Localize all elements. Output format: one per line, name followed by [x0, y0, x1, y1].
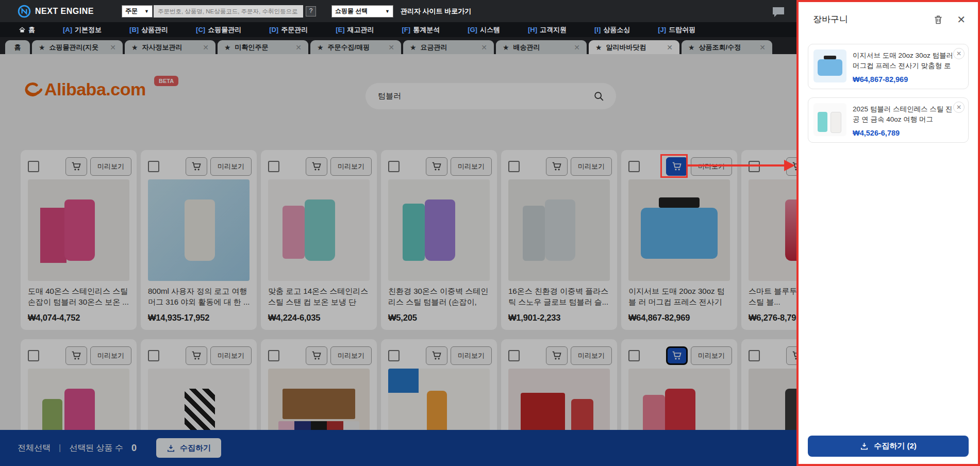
order-search-category-select[interactable]: 주문 ▼	[122, 5, 153, 18]
product-checkbox[interactable]	[148, 161, 159, 172]
product-checkbox[interactable]	[628, 350, 640, 361]
product-search-bar[interactable]	[366, 83, 616, 109]
product-checkbox[interactable]	[388, 161, 400, 172]
product-price: ₩64,867-82,969	[628, 313, 732, 323]
tab-close-icon[interactable]: ✕	[196, 43, 209, 52]
add-to-cart-button[interactable]	[546, 346, 568, 365]
close-icon[interactable]: ✕	[957, 14, 966, 25]
admin-site-link[interactable]: 관리자 사이트 바로가기	[401, 7, 471, 16]
product-checkbox[interactable]	[388, 350, 400, 361]
tab-close-icon[interactable]: ✕	[660, 43, 673, 52]
product-checkbox[interactable]	[508, 350, 520, 361]
cart-icon	[311, 161, 322, 172]
tab-close-icon[interactable]: ✕	[753, 43, 766, 52]
menu-item-sourcing[interactable]: [I]상품소싱	[594, 25, 630, 35]
product-checkbox[interactable]	[28, 350, 39, 361]
preview-button[interactable]: 미리보기	[210, 346, 252, 365]
preview-button[interactable]: 미리보기	[451, 157, 492, 176]
product-image[interactable]	[148, 179, 250, 281]
add-to-cart-button[interactable]	[186, 157, 207, 176]
product-title[interactable]: 도매 40온스 스테인리스 스틸 손잡이 텀블러 30온스 보온 ...	[28, 286, 130, 308]
menu-item-stock-mgmt[interactable]: [E]재고관리	[336, 25, 374, 35]
tab-alibaba[interactable]: ★알리바바닷컴✕	[589, 40, 679, 54]
preview-button[interactable]: 미리보기	[451, 346, 492, 365]
product-checkbox[interactable]	[749, 161, 760, 172]
add-to-cart-button[interactable]	[65, 346, 87, 365]
preview-button[interactable]: 미리보기	[571, 157, 612, 176]
add-to-cart-button[interactable]	[306, 157, 327, 176]
product-title[interactable]: 맞춤 로고 14온스 스테인리스 스틸 스탠 컵 보온 보냉 단열...	[268, 286, 370, 308]
tab-mall-mgmt[interactable]: ★쇼핑몰관리(지웃✕	[32, 40, 123, 54]
preview-button[interactable]: 미리보기	[330, 157, 372, 176]
add-to-cart-button[interactable]	[426, 157, 447, 176]
menu-item-home[interactable]: 홈	[19, 25, 35, 35]
tab-unconfirmed-orders[interactable]: ★미확인주문✕	[218, 40, 308, 54]
tab-shipping-mgmt[interactable]: ★배송관리✕	[496, 40, 587, 54]
product-price: ₩4,224-6,035	[268, 313, 372, 323]
cart-item-title: 2025 텀블러 스테인레스 스틸 진공 연 금속 40oz 여행 머그 Tem…	[853, 104, 955, 125]
menu-item-product-mgmt[interactable]: [B]상품관리	[129, 25, 168, 35]
preview-button[interactable]: 미리보기	[330, 346, 372, 365]
tab-order-collect-mapping[interactable]: ★주문수집/매핑✕	[310, 40, 401, 54]
product-title[interactable]: 친환경 30온스 이중벽 스테인 리스 스틸 텀블러 (손잡이, 빨...	[388, 286, 490, 308]
add-to-cart-button-selected[interactable]	[666, 346, 688, 365]
cart-icon	[191, 161, 202, 172]
preview-button[interactable]: 미리보기	[691, 346, 732, 365]
menu-item-support[interactable]: [H]고객지원	[528, 25, 567, 35]
select-all-button[interactable]: 전체선택	[18, 443, 51, 454]
search-help-button[interactable]: ?	[306, 6, 316, 16]
product-title[interactable]: 800ml 사용자 정의 로고 여행 머그 316 야외 활동에 대 한 ...	[148, 286, 250, 308]
menu-item-statistics[interactable]: [F]통계분석	[402, 25, 440, 35]
cart-item-remove-icon[interactable]: ✕	[953, 48, 965, 59]
cart-collect-button[interactable]: 수집하기 (2)	[808, 436, 969, 457]
product-image[interactable]	[508, 179, 610, 281]
preview-button[interactable]: 미리보기	[691, 157, 732, 176]
chat-bubble-icon[interactable]	[772, 6, 785, 18]
product-image[interactable]	[268, 179, 370, 281]
product-checkbox[interactable]	[28, 161, 39, 172]
tab-close-icon[interactable]: ✕	[568, 43, 580, 52]
tab-close-icon[interactable]: ✕	[289, 43, 302, 52]
preview-button[interactable]: 미리보기	[90, 346, 131, 365]
product-checkbox[interactable]	[148, 350, 159, 361]
global-search-input[interactable]	[154, 5, 303, 18]
add-to-cart-button[interactable]	[546, 157, 568, 176]
add-to-cart-button[interactable]	[426, 346, 447, 365]
product-checkbox[interactable]	[508, 161, 520, 172]
tab-close-icon[interactable]: ✕	[104, 43, 116, 52]
tab-company-info[interactable]: ★자사정보관리✕	[125, 40, 215, 54]
preview-button[interactable]: 미리보기	[571, 346, 612, 365]
tab-close-icon[interactable]: ✕	[475, 43, 487, 52]
menu-item-basic-info[interactable]: [A]기본정보	[63, 25, 102, 35]
preview-button[interactable]: 미리보기	[210, 157, 252, 176]
tab-fee-mgmt[interactable]: ★요금관리✕	[403, 40, 494, 54]
tab-close-icon[interactable]: ✕	[382, 43, 394, 52]
product-checkbox[interactable]	[628, 161, 640, 172]
mall-select[interactable]: 쇼핑몰 선택 ▼	[331, 5, 393, 18]
cart-item-remove-icon[interactable]: ✕	[953, 102, 965, 113]
preview-button[interactable]: 미리보기	[90, 157, 131, 176]
cart-item-thumbnail	[813, 103, 846, 136]
menu-item-dropshipping[interactable]: [J]드랍쉬핑	[658, 25, 695, 35]
add-to-cart-button[interactable]	[186, 346, 207, 365]
product-search-input[interactable]	[377, 91, 583, 101]
tab-product-view-edit[interactable]: ★상품조회/수정✕	[682, 40, 772, 54]
trash-icon[interactable]	[933, 14, 943, 25]
product-title[interactable]: 16온스 친환경 이중벽 플라스 틱 스노우 글로브 텀블러 슬...	[508, 286, 610, 308]
menu-item-mall-mgmt[interactable]: [C]쇼핑몰관리	[196, 25, 241, 35]
menu-item-system[interactable]: [G]시스템	[468, 25, 500, 35]
add-to-cart-button[interactable]	[306, 346, 327, 365]
product-checkbox[interactable]	[749, 350, 760, 361]
search-icon[interactable]	[593, 91, 605, 102]
product-image[interactable]	[388, 179, 490, 281]
collect-button[interactable]: 수집하기	[156, 438, 221, 458]
menu-item-order-mgmt[interactable]: [D]주문관리	[269, 25, 308, 35]
product-image[interactable]	[628, 179, 730, 281]
product-title[interactable]: 이지서브 도매 20oz 30oz 텀블 러 머그컵 프레스 전사기 맞...	[628, 286, 730, 308]
product-checkbox[interactable]	[268, 161, 279, 172]
product-image[interactable]	[28, 179, 129, 281]
tab-home[interactable]: 홈	[5, 40, 30, 54]
cart-icon	[71, 351, 81, 361]
product-checkbox[interactable]	[268, 350, 279, 361]
add-to-cart-button[interactable]	[65, 157, 87, 176]
